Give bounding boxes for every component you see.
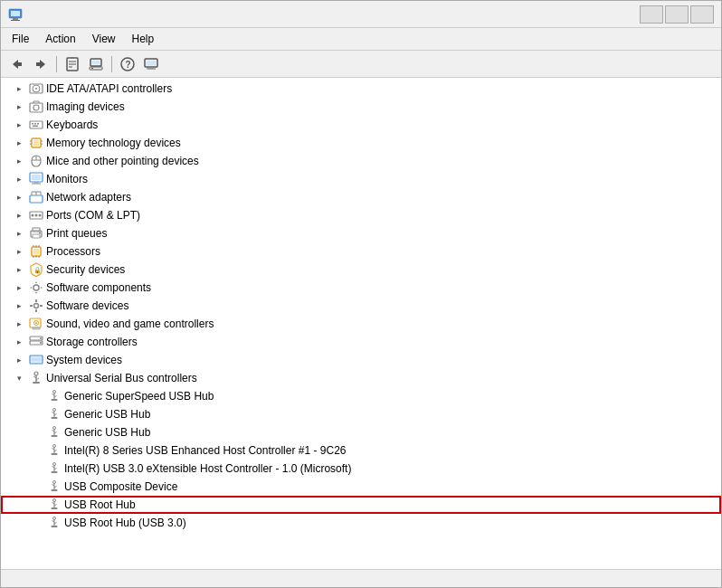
port-icon [29, 208, 43, 223]
item-label-usb-2: Generic USB Hub [64, 408, 150, 421]
tree-item-keyboards[interactable]: ▸Keyboards [1, 116, 721, 134]
item-label-usb-5: Intel(R) USB 3.0 eXtensible Host Control… [64, 462, 351, 475]
tree-item-usb-7[interactable]: USB Root Hub [1, 496, 721, 514]
expand-btn[interactable]: ▸ [12, 118, 26, 132]
tree-item-storage[interactable]: ▸Storage controllers [1, 333, 721, 351]
svg-rect-55 [33, 234, 40, 238]
svg-text:🔒: 🔒 [33, 266, 42, 274]
tree-item-memory[interactable]: ▸Memory technology devices [1, 134, 721, 152]
tree-item-usb-4[interactable]: Intel(R) 8 Series USB Enhanced Host Cont… [1, 441, 721, 460]
toolbar: ? [1, 51, 721, 78]
svg-rect-31 [33, 126, 38, 128]
expand-btn[interactable]: ▸ [12, 280, 26, 295]
expand-btn[interactable]: ▸ [12, 226, 26, 241]
tree-item-software-dev[interactable]: ▸Software devices [1, 297, 721, 315]
title-bar [1, 1, 721, 28]
tree-item-software-comp[interactable]: ▸Software components [1, 279, 721, 297]
svg-point-123 [53, 517, 56, 520]
svg-rect-42 [34, 182, 39, 184]
tree-item-security[interactable]: ▸🔒Security devices [1, 261, 721, 279]
svg-point-103 [53, 445, 56, 448]
item-label-mice: Mice and other pointing devices [46, 155, 199, 167]
svg-rect-27 [30, 121, 43, 128]
svg-rect-87 [33, 382, 40, 384]
minimize-button[interactable] [640, 5, 663, 24]
expand-btn[interactable]: ▸ [12, 100, 26, 114]
expand-btn[interactable]: ▸ [12, 353, 26, 367]
svg-point-93 [53, 409, 56, 412]
svg-rect-2 [13, 18, 18, 20]
tree-item-network[interactable]: ▸Network adapters [1, 188, 721, 206]
update-button[interactable] [85, 54, 107, 74]
expand-btn[interactable]: ▸ [12, 244, 26, 259]
expand-btn[interactable]: ▸ [12, 190, 26, 204]
expand-btn[interactable]: ▸ [12, 317, 26, 331]
help-button[interactable]: ? [117, 54, 138, 74]
close-button[interactable] [690, 5, 714, 24]
usb-device-icon [47, 425, 62, 440]
status-bar [1, 569, 721, 587]
usb-device-icon [47, 516, 62, 530]
svg-rect-82 [30, 359, 43, 360]
chip-icon [29, 136, 43, 150]
svg-rect-1 [11, 11, 20, 16]
menu-bar: File Action View Help [1, 28, 721, 51]
security-icon: 🔒 [29, 262, 43, 277]
tree-item-usb-2[interactable]: Generic USB Hub [1, 405, 721, 423]
display-button[interactable] [140, 54, 162, 74]
expand-btn[interactable]: ▸ [12, 136, 26, 150]
tree-item-print[interactable]: ▸Print queues [1, 224, 721, 242]
svg-rect-21 [147, 68, 156, 69]
menu-help[interactable]: Help [125, 30, 162, 48]
expand-btn[interactable]: ▸ [12, 335, 26, 349]
device-tree[interactable]: ▸IDE ATA/ATAPI controllers▸Imaging devic… [1, 78, 721, 569]
tree-item-mice[interactable]: ▸Mice and other pointing devices [1, 152, 721, 170]
collapse-btn[interactable]: ▾ [12, 371, 26, 385]
expand-btn[interactable]: ▸ [12, 81, 26, 96]
svg-point-50 [32, 214, 34, 217]
item-label-usb-8: USB Root Hub (USB 3.0) [64, 517, 186, 529]
tree-item-usb-6[interactable]: USB Composite Device [1, 478, 721, 496]
menu-action[interactable]: Action [38, 30, 82, 48]
tree-item-ports[interactable]: ▸Ports (COM & LPT) [1, 206, 721, 224]
keyboard-icon [29, 118, 43, 132]
menu-file[interactable]: File [5, 30, 36, 48]
expand-btn[interactable]: ▸ [12, 299, 26, 313]
svg-rect-69 [35, 309, 37, 312]
item-label-processors: Processors [46, 245, 100, 258]
back-button[interactable] [6, 54, 28, 74]
gear-icon [29, 280, 43, 295]
expand-btn[interactable]: ▸ [12, 172, 26, 186]
forward-button[interactable] [30, 54, 52, 74]
tree-item-monitors[interactable]: ▸Monitors [1, 170, 721, 188]
tree-item-ide[interactable]: ▸IDE ATA/ATAPI controllers [1, 80, 721, 98]
svg-rect-68 [35, 299, 37, 302]
expand-btn[interactable]: ▸ [12, 208, 26, 223]
maximize-button[interactable] [665, 5, 689, 24]
tree-item-system[interactable]: ▸System devices [1, 351, 721, 369]
item-label-system: System devices [46, 354, 122, 366]
tree-item-processors[interactable]: ▸Processors [1, 242, 721, 261]
update-icon [89, 57, 103, 71]
tree-item-usb-1[interactable]: Generic SuperSpeed USB Hub [1, 387, 721, 405]
device-manager-window: File Action View Help [0, 0, 722, 588]
tree-item-sound[interactable]: ▸Sound, video and game controllers [1, 315, 721, 333]
tree-item-usb[interactable]: ▾Universal Serial Bus controllers [1, 369, 721, 387]
tree-item-usb-5[interactable]: Intel(R) USB 3.0 eXtensible Host Control… [1, 460, 721, 478]
network-icon [29, 190, 43, 204]
tree-item-usb-3[interactable]: Generic USB Hub [1, 423, 721, 441]
tree-item-usb-8[interactable]: USB Root Hub (USB 3.0) [1, 514, 721, 532]
svg-rect-97 [52, 417, 58, 419]
svg-rect-122 [52, 507, 58, 509]
expand-btn[interactable]: ▸ [12, 262, 26, 277]
menu-view[interactable]: View [85, 30, 123, 48]
monitor-icon [29, 172, 43, 186]
svg-rect-15 [91, 68, 93, 69]
camera-icon [29, 100, 43, 114]
svg-rect-70 [30, 305, 33, 307]
expand-btn[interactable]: ▸ [12, 154, 26, 168]
svg-rect-112 [52, 471, 58, 473]
properties-button[interactable] [62, 54, 83, 74]
system-icon [29, 353, 43, 367]
tree-item-imaging[interactable]: ▸Imaging devices [1, 98, 721, 116]
